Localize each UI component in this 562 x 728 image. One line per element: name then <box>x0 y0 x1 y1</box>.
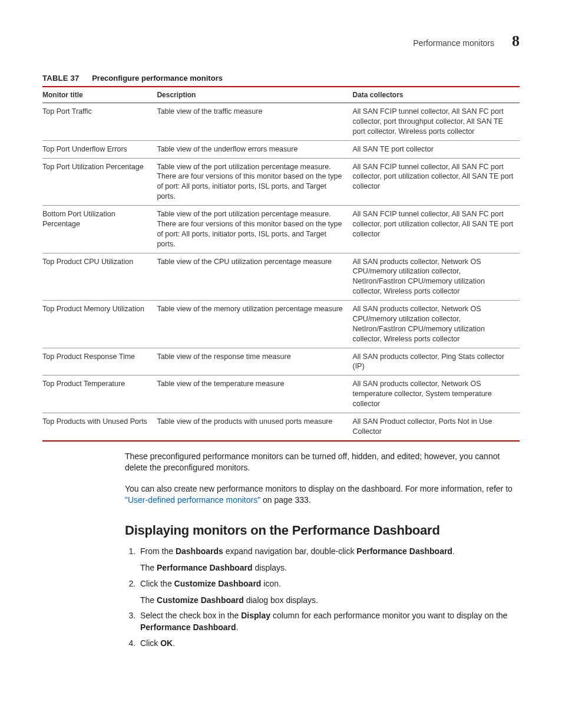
bold: Customize Dashboard <box>157 595 244 605</box>
steps-list: From the Dashboards expand navigation ba… <box>125 545 520 649</box>
text: expand navigation bar, double-click <box>223 546 356 556</box>
step-result: The Performance Dashboard displays. <box>140 562 520 574</box>
text: Select the check box in the <box>140 611 241 620</box>
cell-title: Top Port Utilization Percentage <box>42 158 157 206</box>
cell-title: Top Product CPU Utilization <box>42 253 157 301</box>
cell-desc: Table view of the products with unused p… <box>157 413 352 440</box>
cell-title: Top Products with Unused Ports <box>42 413 157 440</box>
bold: Dashboards <box>176 546 223 556</box>
cell-desc: Table view of the underflow errors measu… <box>157 140 352 158</box>
cell-desc: Table view of the temperature measure <box>157 375 352 413</box>
cell-desc: Table view of the port utilization perce… <box>157 206 352 253</box>
performance-monitors-table: Monitor title Description Data collector… <box>42 86 520 442</box>
link-user-defined-monitors[interactable]: "User-defined performance monitors" <box>125 495 260 505</box>
text: . <box>236 622 239 632</box>
table-row: Top Port Traffic Table view of the traff… <box>42 103 520 141</box>
table-row: Top Port Underflow Errors Table view of … <box>42 140 520 158</box>
table-row: Bottom Port Utilization Percentage Table… <box>42 206 520 253</box>
cell-collectors: All SAN FCIP tunnel collector, All SAN F… <box>352 206 520 253</box>
text: icon. <box>261 579 280 588</box>
text: dialog box displays. <box>244 595 318 605</box>
bold: Performance Dashboard <box>157 563 253 572</box>
cell-desc: Table view of the CPU utilization percen… <box>157 253 352 301</box>
text: You can also create new performance moni… <box>125 484 513 493</box>
table-row: Top Products with Unused Ports Table vie… <box>42 413 520 440</box>
bold: Customize Dashboard <box>174 579 262 588</box>
cell-title: Top Product Response Time <box>42 348 157 375</box>
chapter-number: 8 <box>512 32 520 50</box>
cell-title: Top Port Underflow Errors <box>42 140 157 158</box>
cell-title: Top Product Memory Utilization <box>42 301 157 348</box>
cell-collectors: All SAN FCIP tunnel collector, All SAN F… <box>352 158 520 206</box>
bold: OK <box>160 638 173 648</box>
step-item: Select the check box in the Display colu… <box>138 610 520 634</box>
bold: Performance Dashboard <box>140 622 236 632</box>
cell-collectors: All SAN TE port collector <box>352 140 520 158</box>
body-paragraph: You can also create new performance moni… <box>125 483 520 506</box>
th-monitor-title: Monitor title <box>42 87 157 103</box>
cell-title: Top Product Temperature <box>42 375 157 413</box>
running-header: Performance monitors 8 <box>42 32 520 50</box>
text: From the <box>140 546 176 556</box>
step-item: Click the Customize Dashboard icon. The … <box>138 578 520 607</box>
text: . <box>173 638 175 648</box>
table-row: Top Product Memory Utilization Table vie… <box>42 301 520 348</box>
step-item: From the Dashboards expand navigation ba… <box>138 545 520 574</box>
cell-title: Bottom Port Utilization Percentage <box>42 206 157 253</box>
bold: Performance Dashboard <box>356 546 452 556</box>
table-row: Top Product CPU Utilization Table view o… <box>42 253 520 301</box>
table-row: Top Product Temperature Table view of th… <box>42 375 520 413</box>
text: displays. <box>253 563 287 572</box>
table-title: Preconfigure performance monitors <box>92 74 223 83</box>
step-result: The Customize Dashboard dialog box displ… <box>140 594 520 606</box>
th-description: Description <box>157 87 352 103</box>
th-data-collectors: Data collectors <box>352 87 520 103</box>
text: . <box>452 546 455 556</box>
cell-collectors: All SAN products collector, Network OS C… <box>352 253 520 301</box>
cell-collectors: All SAN products collector, Network OS t… <box>352 375 520 413</box>
table-row: Top Product Response Time Table view of … <box>42 348 520 375</box>
table-row: Top Port Utilization Percentage Table vi… <box>42 158 520 206</box>
text: The <box>140 563 157 572</box>
section-heading: Displaying monitors on the Performance D… <box>125 523 520 538</box>
text: column for each performance monitor you … <box>270 611 507 620</box>
cell-collectors: All SAN FCIP tunnel collector, All SAN F… <box>352 103 520 141</box>
table-caption: TABLE 37 Preconfigure performance monito… <box>42 74 520 83</box>
cell-desc: Table view of the traffic measure <box>157 103 352 141</box>
cell-desc: Table view of the memory utilization per… <box>157 301 352 348</box>
text: Click the <box>140 579 174 588</box>
body-paragraph: These preconfigured performance monitors… <box>125 451 520 474</box>
bold: Display <box>241 611 270 620</box>
table-label: TABLE 37 <box>42 74 80 83</box>
cell-collectors: All SAN products collector, Network OS C… <box>352 301 520 348</box>
text: The <box>140 595 157 605</box>
cell-collectors: All SAN Product collector, Ports Not in … <box>352 413 520 440</box>
header-section: Performance monitors <box>413 38 494 48</box>
cell-title: Top Port Traffic <box>42 103 157 141</box>
step-item: Click OK. <box>138 637 520 649</box>
cell-desc: Table view of the response time measure <box>157 348 352 375</box>
cell-collectors: All SAN products collector, Ping Stats c… <box>352 348 520 375</box>
text: Click <box>140 638 160 648</box>
text: on page 333. <box>260 495 311 505</box>
cell-desc: Table view of the port utilization perce… <box>157 158 352 206</box>
